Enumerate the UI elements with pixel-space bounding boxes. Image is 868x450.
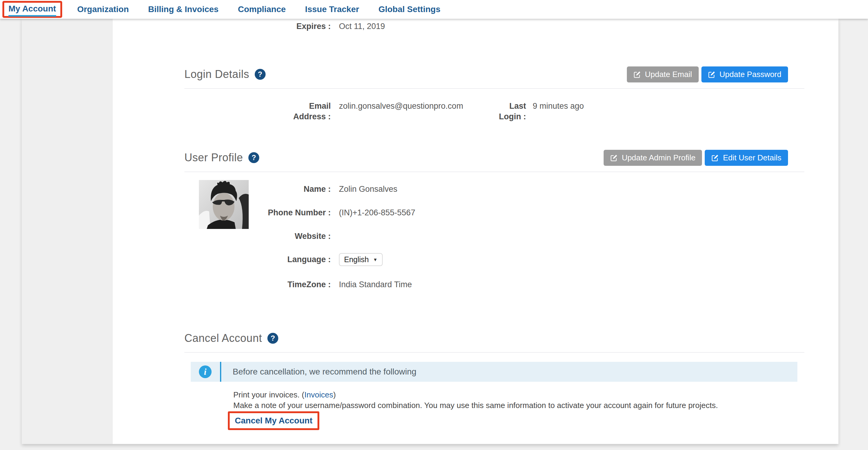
phone-label: Phone Number : (184, 208, 331, 218)
login-details-title: Login Details (184, 68, 249, 81)
help-icon[interactable]: ? (268, 333, 278, 344)
last-login-label: Last Login : (496, 101, 526, 122)
alert-message: Before cancellation, we recommend the fo… (233, 367, 416, 377)
login-details-header: Login Details ? Update Email (184, 65, 804, 84)
invoices-line: Print your invoices. (Invoices) (233, 390, 807, 400)
chevron-down-icon: ▼ (373, 257, 378, 262)
user-profile-title: User Profile (184, 151, 243, 164)
alert-separator (220, 362, 221, 382)
last-login-value: 9 minutes ago (533, 101, 584, 112)
name-row: Name : Zolin Gonsalves (184, 184, 804, 194)
left-panel (22, 19, 113, 444)
cancel-account-title: Cancel Account (184, 332, 262, 344)
section-divider (184, 88, 804, 89)
tab-compliance[interactable]: Compliance (238, 4, 286, 14)
timezone-row: TimeZone : India Standard Time (184, 279, 804, 290)
expires-row: Expires : Oct 11, 2019 (184, 21, 804, 32)
name-label: Name : (184, 184, 331, 194)
cancel-account-header: Cancel Account ? (184, 329, 804, 348)
invoices-line-suffix: ) (333, 390, 336, 399)
phone-value: (IN)+1-206-855-5567 (339, 208, 804, 218)
edit-user-details-button[interactable]: Edit User Details (705, 150, 788, 166)
login-details-fields: Email Address : zolin.gonsalves@question… (184, 101, 804, 128)
invoices-line-prefix: Print your invoices. ( (233, 390, 305, 399)
edit-icon (711, 154, 719, 161)
timezone-value: India Standard Time (339, 279, 804, 290)
annotation-box-cancel-account: Cancel My Account (228, 411, 319, 430)
tab-organization[interactable]: Organization (77, 4, 129, 14)
update-email-label: Update Email (645, 70, 692, 79)
website-row: Website : (184, 231, 804, 242)
cancel-my-account-link[interactable]: Cancel My Account (235, 416, 312, 425)
invoices-link[interactable]: Invoices (305, 390, 333, 399)
update-admin-profile-button[interactable]: Update Admin Profile (603, 150, 702, 166)
language-row: Language : English ▼ (184, 253, 804, 266)
account-settings-page: My Account Organization Billing & Invoic… (0, 0, 868, 450)
username-password-note: Make a note of your username/password co… (233, 400, 807, 411)
section-divider (184, 352, 804, 353)
section-divider (184, 172, 804, 172)
edit-user-details-label: Edit User Details (723, 153, 781, 162)
help-icon[interactable]: ? (248, 152, 259, 163)
language-label: Language : (184, 254, 331, 265)
tab-my-account[interactable]: My Account (8, 4, 56, 17)
tab-global-settings[interactable]: Global Settings (378, 4, 440, 14)
annotation-box-my-account: My Account (2, 1, 62, 18)
tab-issue-tracker[interactable]: Issue Tracker (305, 4, 359, 14)
top-navigation: My Account Organization Billing & Invoic… (0, 0, 868, 19)
edit-icon (708, 71, 716, 78)
update-admin-profile-label: Update Admin Profile (622, 153, 695, 162)
help-icon[interactable]: ? (255, 69, 266, 80)
expires-label: Expires : (184, 21, 331, 32)
main-content: Expires : Oct 11, 2019 Login Details ? (113, 19, 838, 444)
edit-icon (633, 71, 641, 78)
update-password-label: Update Password (719, 70, 781, 79)
website-label: Website : (184, 231, 331, 242)
language-select[interactable]: English ▼ (339, 253, 383, 266)
update-password-button[interactable]: Update Password (702, 66, 788, 83)
expires-value: Oct 11, 2019 (339, 21, 804, 32)
timezone-label: TimeZone : (184, 279, 331, 290)
email-address-value: zolin.gonsalves@questionpro.com (339, 101, 463, 112)
edit-icon (610, 154, 618, 161)
email-address-label: Email Address : (282, 101, 331, 122)
update-email-button[interactable]: Update Email (627, 66, 699, 83)
user-profile-header: User Profile ? Update Admin Profile (184, 148, 804, 167)
content-card: Expires : Oct 11, 2019 Login Details ? (22, 19, 838, 444)
name-value: Zolin Gonsalves (339, 184, 804, 194)
language-selected-value: English (344, 255, 369, 264)
cancellation-info-alert: i Before cancellation, we recommend the … (191, 362, 797, 382)
tab-billing-invoices[interactable]: Billing & Invoices (148, 4, 218, 14)
phone-row: Phone Number : (IN)+1-206-855-5567 (184, 208, 804, 218)
info-icon: i (199, 365, 212, 378)
